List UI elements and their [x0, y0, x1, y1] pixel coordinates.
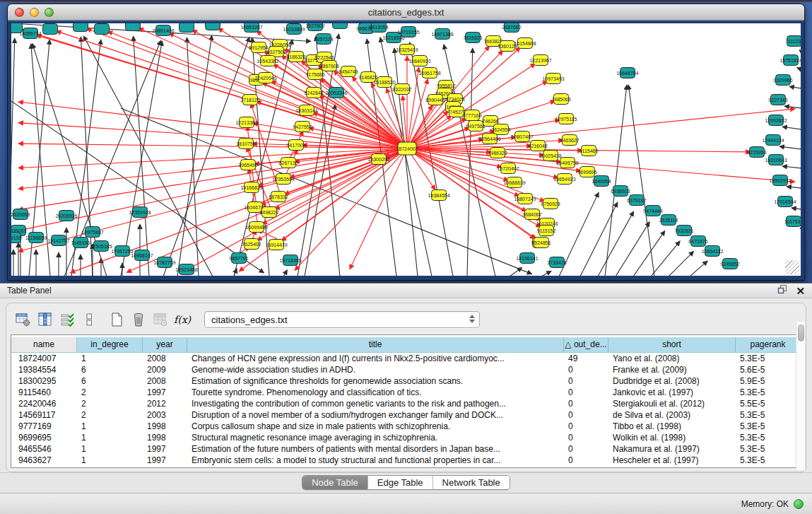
graph-node-label: 11123	[788, 39, 801, 44]
graph-node-label: 9857791	[229, 256, 248, 261]
table-row[interactable]: 946362711997Embryonic stem cells: a mode…	[11, 455, 801, 466]
graph-node-label: 9227343	[768, 98, 787, 103]
table-cell: 1	[77, 353, 143, 364]
graph-node[interactable]	[126, 23, 141, 31]
graph-node-label: 16640910	[408, 59, 430, 64]
minimize-window-button[interactable]	[30, 8, 39, 17]
column-header-in_degree[interactable]: in_degree	[77, 337, 143, 352]
table-row[interactable]: 911546021997Tourette syndrome. Phenomeno…	[11, 387, 801, 398]
graph-node-label: 8267130	[278, 160, 298, 165]
table-cell: 2008	[143, 353, 187, 364]
tab-network-table[interactable]: Network Table	[433, 476, 510, 489]
table-panel: Table Panel ✕	[0, 283, 812, 514]
zoom-window-button[interactable]	[45, 8, 54, 17]
graph-node-label: 6938923	[611, 189, 630, 194]
table-cell: Corpus callosum shape and size in male p…	[187, 421, 564, 432]
float-panel-icon[interactable]	[777, 284, 787, 298]
create-table-icon[interactable]	[108, 310, 125, 329]
tab-node-table[interactable]: Node Table	[302, 476, 368, 489]
graph-node-label: 20891406	[152, 28, 174, 33]
table-cell: Estimation of the future numbers of pati…	[187, 443, 564, 455]
table-source-value: citations_edges.txt	[211, 315, 288, 325]
graph-node-label: 3624554	[491, 127, 510, 132]
table-cell: Tourette syndrome. Phenomenology and cla…	[187, 387, 564, 398]
column-header-pagerank[interactable]: pagerank	[736, 337, 801, 352]
graph-node[interactable]	[95, 24, 110, 35]
table-options-icon[interactable]	[15, 310, 32, 329]
table-cell: Disruption of a novel member of a sodium…	[187, 409, 564, 421]
graph-node[interactable]	[333, 23, 348, 29]
graph-node-label: 8186328	[286, 54, 305, 59]
table-cell: 5.6E-5	[736, 364, 801, 375]
close-window-button[interactable]	[15, 8, 24, 17]
table-row[interactable]: 2242004622012Investigating the contribut…	[11, 398, 801, 409]
graph-node[interactable]	[180, 23, 194, 33]
graph-node-label: 746266	[482, 119, 498, 124]
table-cell: 1997	[143, 443, 187, 455]
rows-icon[interactable]	[81, 310, 98, 329]
table-cell: 2	[77, 398, 143, 409]
table-row[interactable]: 1456911722003Disruption of a novel membe…	[11, 409, 801, 421]
import-table-icon[interactable]	[152, 310, 169, 329]
memory-status-label: Memory: OK	[741, 499, 789, 509]
column-header-year[interactable]: year	[143, 337, 187, 352]
graph-node-label: 9242848	[304, 90, 323, 95]
graph-node-label: 17016504	[774, 199, 796, 204]
close-panel-icon[interactable]: ✕	[796, 284, 805, 298]
table-cell: 0	[564, 443, 608, 455]
table-scrollbar[interactable]	[796, 322, 805, 470]
table-tab-group: Node TableEdge TableNetwork Table	[302, 475, 510, 490]
graph-node[interactable]	[73, 23, 88, 32]
graph-node-label: 14055714	[19, 31, 41, 36]
graph-node-label: 19384554	[428, 193, 449, 198]
table-cell: 0	[564, 455, 608, 466]
graph-node[interactable]	[206, 23, 220, 30]
graph-node-label: 12505185	[90, 244, 112, 249]
table-body: 1872400712008Changes of HCN gene express…	[11, 353, 801, 467]
graph-node-label: 16961758	[418, 71, 440, 76]
column-header-out_de[interactable]: △ out_de...	[564, 337, 608, 352]
graph-node-label: 9427552	[293, 124, 312, 129]
graph-node-label: 1145193	[71, 240, 90, 245]
table-row[interactable]: 977716911998Corpus callosum shape and si…	[11, 421, 801, 432]
table-source-select[interactable]: citations_edges.txt	[204, 311, 480, 328]
graph-node-label: 9777169	[462, 113, 481, 118]
table-row[interactable]: 1872400712008Changes of HCN gene express…	[11, 353, 801, 364]
graph-node-label: 8454749	[339, 69, 358, 74]
network-window-titlebar[interactable]: citations_edges.txt	[8, 4, 804, 21]
canvas-resize-handle[interactable]	[785, 260, 799, 274]
graph-node-label: 7625402	[242, 242, 261, 247]
graph-node-label: 1810755	[236, 141, 255, 146]
graph-node-label: 2620659	[11, 212, 30, 217]
table-cell: Estimation of significance thresholds fo…	[187, 375, 564, 387]
column-header-title[interactable]: title	[187, 337, 564, 352]
column-header-name[interactable]: name	[11, 337, 77, 352]
network-canvas[interactable]: 1405571420891406106532871603380915276029…	[11, 23, 801, 276]
table-row[interactable]: 946554611997Estimation of the future num…	[11, 443, 801, 455]
network-canvas-frame: 1405571420891406106532871603380915276029…	[8, 21, 804, 280]
graph-node-label: 1167531	[784, 219, 801, 224]
graph-node-label: 10688639	[503, 180, 525, 185]
function-builder-icon[interactable]: f(x)	[174, 310, 191, 329]
graph-node[interactable]	[43, 24, 58, 35]
graph-node-label: 7955812	[436, 83, 455, 88]
table-cell: 2	[77, 409, 143, 421]
row-selection-mode-icon[interactable]	[59, 310, 76, 329]
table-cell: 1	[77, 421, 143, 432]
table-row[interactable]: 969969511998Structural magnetic resonanc…	[11, 432, 801, 443]
table-scrollbar-thumb[interactable]	[798, 325, 804, 341]
column-header-short[interactable]: short	[608, 337, 736, 352]
tab-edge-table[interactable]: Edge Table	[368, 476, 433, 489]
table-cell: 9465546	[11, 443, 77, 455]
table-row[interactable]: 1938455462009Genome-wide association stu…	[11, 364, 801, 375]
table-cell: 18724007	[11, 353, 77, 364]
insert-column-icon[interactable]	[37, 310, 54, 329]
graph-node-label: 939159	[11, 235, 22, 240]
table-cell: 5.3E-5	[736, 387, 801, 398]
table-row[interactable]: 1830029562008Estimation of significance …	[11, 375, 801, 387]
delete-table-icon[interactable]	[130, 310, 147, 329]
table-cell: 5.3E-5	[736, 421, 801, 432]
graph-node-label: 13592971	[769, 178, 791, 183]
graph-node-label: 9474444	[643, 209, 662, 214]
table-cell: 5.3E-5	[736, 432, 801, 443]
